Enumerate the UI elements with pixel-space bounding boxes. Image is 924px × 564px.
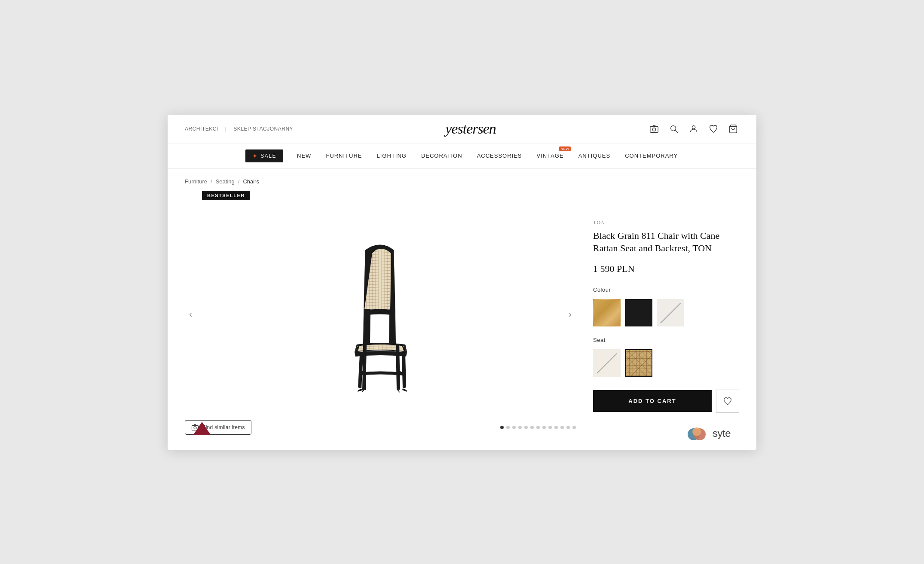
nav-item-furniture[interactable]: FURNITURE <box>325 150 363 162</box>
product-info: TON Black Grain 811 Chair with Cane Ratt… <box>593 216 739 435</box>
site-logo[interactable]: yestersen <box>293 121 648 137</box>
search-icon[interactable] <box>668 123 680 135</box>
image-dot-3[interactable] <box>518 426 522 429</box>
image-dot-1[interactable] <box>506 426 510 429</box>
vintage-new-badge: NEW <box>559 146 570 151</box>
cart-icon[interactable] <box>727 123 739 135</box>
colour-label: Colour <box>593 287 739 293</box>
nav-item-accessories[interactable]: ACCESSORIES <box>476 150 523 162</box>
top-bar-icons <box>648 123 739 135</box>
breadcrumb-seating[interactable]: Seating <box>216 178 235 185</box>
breadcrumb: Furniture / Seating / Chairs <box>168 169 756 189</box>
product-title: Black Grain 811 Chair with Cane Rattan S… <box>593 229 739 255</box>
bestseller-badge: BESTSELLER <box>202 191 250 200</box>
image-dot-9[interactable] <box>554 426 558 429</box>
seat-options <box>593 349 739 377</box>
image-dot-12[interactable] <box>572 426 576 429</box>
product-area: ‹ <box>168 211 756 448</box>
architects-link[interactable]: ARCHITEKCI <box>185 126 218 132</box>
cane-pattern <box>626 350 652 376</box>
svg-point-58 <box>692 427 701 436</box>
seat-swatch-plain[interactable] <box>593 349 621 377</box>
scroll-to-top[interactable] <box>193 420 211 437</box>
svg-marker-55 <box>193 422 211 435</box>
breadcrumb-chairs: Chairs <box>243 178 259 185</box>
product-price: 1 590 PLN <box>593 263 739 274</box>
product-brand: TON <box>593 220 739 225</box>
image-dot-6[interactable] <box>536 426 540 429</box>
image-dots <box>500 426 576 429</box>
main-nav: ✦ SALE NEW FURNITURE LIGHTING DECORATION… <box>168 143 756 169</box>
svg-point-2 <box>671 125 676 131</box>
breadcrumb-sep-1: / <box>211 178 212 185</box>
svg-rect-0 <box>650 126 658 132</box>
image-dot-0[interactable] <box>500 426 504 429</box>
browser-window: ARCHITEKCI | SKLEP STACJONARNY yestersen <box>168 115 756 450</box>
colour-swatch-unavailable[interactable] <box>657 299 684 326</box>
image-controls: Find similar items <box>185 420 576 435</box>
seat-label: Seat <box>593 337 739 343</box>
breadcrumb-sep-2: / <box>238 178 240 185</box>
top-bar: ARCHITEKCI | SKLEP STACJONARNY yestersen <box>168 115 756 143</box>
wishlist-button[interactable] <box>716 390 739 413</box>
image-dot-4[interactable] <box>524 426 528 429</box>
nav-item-sale[interactable]: ✦ SALE <box>245 149 283 162</box>
nav-item-lighting[interactable]: LIGHTING <box>376 150 407 162</box>
nav-item-decoration[interactable]: DECORATION <box>420 150 463 162</box>
breadcrumb-furniture[interactable]: Furniture <box>185 178 207 185</box>
seat-swatch-cane[interactable] <box>625 349 652 377</box>
colour-swatch-black[interactable] <box>625 299 652 326</box>
cart-row: ADD TO CART <box>593 390 739 413</box>
image-dot-11[interactable] <box>566 426 570 429</box>
user-icon[interactable] <box>688 123 700 135</box>
nav-item-new[interactable]: NEW <box>296 150 312 162</box>
image-dot-2[interactable] <box>512 426 516 429</box>
add-to-cart-button[interactable]: ADD TO CART <box>593 390 712 412</box>
wishlist-nav-icon[interactable] <box>707 123 719 135</box>
store-link[interactable]: SKLEP STACJONARNY <box>233 126 293 132</box>
image-dot-8[interactable] <box>548 426 552 429</box>
nav-item-antiques[interactable]: ANTIQUES <box>578 150 611 162</box>
product-image <box>320 224 441 405</box>
svg-point-4 <box>692 125 695 128</box>
sale-star-icon: ✦ <box>252 152 258 159</box>
image-prev-button[interactable]: ‹ <box>185 305 196 324</box>
colour-options <box>593 299 739 326</box>
svg-line-3 <box>675 130 678 133</box>
nav-item-vintage[interactable]: VINTAGE NEW <box>536 150 565 162</box>
topbar-divider: | <box>225 126 227 132</box>
product-image-section: ‹ <box>185 216 576 435</box>
heart-icon <box>723 396 732 406</box>
nav-item-contemporary[interactable]: CONTEMPORARY <box>624 150 679 162</box>
syte-badge: syte <box>687 426 731 441</box>
syte-logo-icon <box>687 426 708 441</box>
syte-label: syte <box>713 427 731 439</box>
image-dot-7[interactable] <box>542 426 546 429</box>
image-dot-10[interactable] <box>560 426 564 429</box>
image-dot-5[interactable] <box>530 426 534 429</box>
camera-icon[interactable] <box>648 123 660 135</box>
top-bar-left: ARCHITEKCI | SKLEP STACJONARNY <box>185 126 293 132</box>
svg-point-1 <box>652 128 655 131</box>
colour-swatch-wood[interactable] <box>593 299 621 326</box>
product-image-container: ‹ <box>185 216 576 413</box>
image-next-button[interactable]: › <box>564 305 576 324</box>
